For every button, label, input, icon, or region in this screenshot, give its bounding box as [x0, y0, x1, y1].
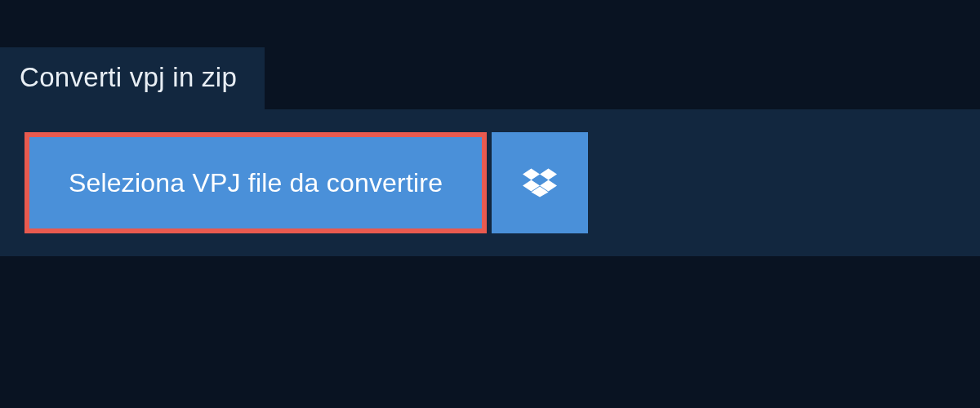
tab-title: Converti vpj in zip — [20, 62, 237, 92]
dropbox-icon — [523, 166, 557, 200]
select-file-label: Seleziona VPJ file da convertire — [69, 168, 443, 198]
button-row: Seleziona VPJ file da convertire — [24, 132, 956, 233]
select-file-button[interactable]: Seleziona VPJ file da convertire — [24, 132, 487, 233]
dropbox-button[interactable] — [492, 132, 588, 233]
upload-panel: Seleziona VPJ file da convertire — [0, 109, 980, 256]
tab-convert[interactable]: Converti vpj in zip — [0, 47, 265, 109]
